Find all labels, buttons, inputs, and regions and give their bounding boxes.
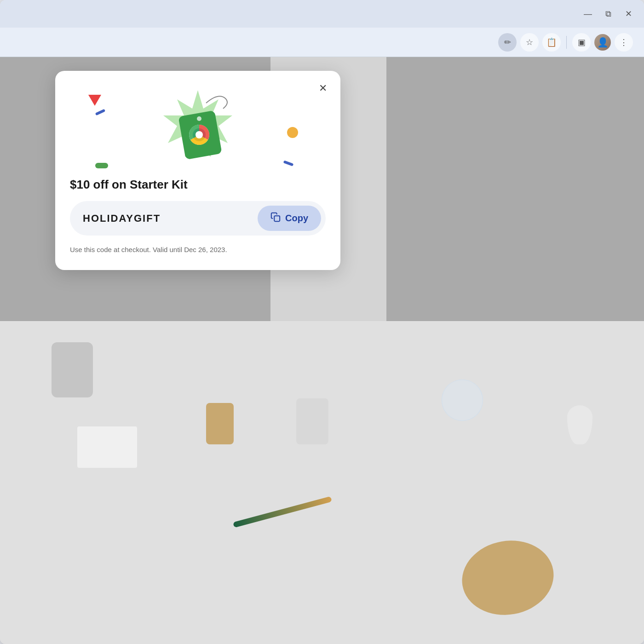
scene-gift-box: [77, 426, 137, 468]
clipboard-icon[interactable]: 📋: [542, 33, 561, 52]
coupon-code: HOLIDAYGIFT: [83, 213, 252, 224]
scene-cylinder-wood: [206, 403, 234, 444]
scene-speaker: [52, 342, 93, 397]
popup-header: ✕: [55, 71, 340, 178]
window-controls: — ⧉ ✕: [581, 7, 635, 20]
scene-cylinder-white: [296, 398, 328, 444]
svg-point-5: [196, 131, 203, 138]
red-triangle-decoration: [88, 95, 101, 106]
yellow-dot-decoration: [287, 127, 298, 138]
sidebar-icon[interactable]: ▣: [572, 33, 591, 52]
popup-footer-text: Use this code at checkout. Valid until D…: [70, 245, 326, 255]
svg-point-6: [197, 116, 201, 121]
popup-body: $10 off on Starter Kit HOLIDAYGIFT Copy: [55, 178, 340, 270]
popup-illustration: [70, 86, 326, 178]
coupon-popup: ✕: [55, 71, 340, 270]
copy-button[interactable]: Copy: [258, 206, 321, 231]
svg-rect-7: [274, 216, 280, 221]
toolbar-separator: [566, 36, 567, 49]
page-content: ✕: [0, 57, 644, 644]
close-button[interactable]: ✕: [622, 7, 635, 20]
browser-toolbar: ✏ ☆ 📋 ▣ 👤 ⋮: [0, 28, 644, 57]
green-pill-decoration: [95, 163, 108, 168]
bookmark-icon[interactable]: ☆: [520, 33, 539, 52]
blue-dash-decoration-1: [95, 109, 105, 116]
title-bar: — ⧉ ✕: [0, 0, 644, 28]
coupon-illustration-svg: [147, 86, 248, 178]
browser-frame: — ⧉ ✕ ✏ ☆ 📋 ▣ 👤 ⋮: [0, 0, 644, 644]
maximize-button[interactable]: ⧉: [602, 7, 615, 20]
copy-icon: [270, 212, 281, 224]
bg-bottom: [0, 321, 644, 644]
avatar[interactable]: 👤: [594, 34, 611, 51]
copy-button-label: Copy: [285, 213, 308, 224]
popup-title: $10 off on Starter Kit: [70, 178, 326, 192]
blue-dash-decoration-2: [283, 160, 294, 166]
minimize-button[interactable]: —: [581, 7, 594, 20]
edit-icon[interactable]: ✏: [498, 33, 517, 52]
scene-sphere: [442, 380, 483, 421]
menu-icon[interactable]: ⋮: [615, 33, 633, 52]
coupon-row: HOLIDAYGIFT Copy: [70, 201, 326, 236]
